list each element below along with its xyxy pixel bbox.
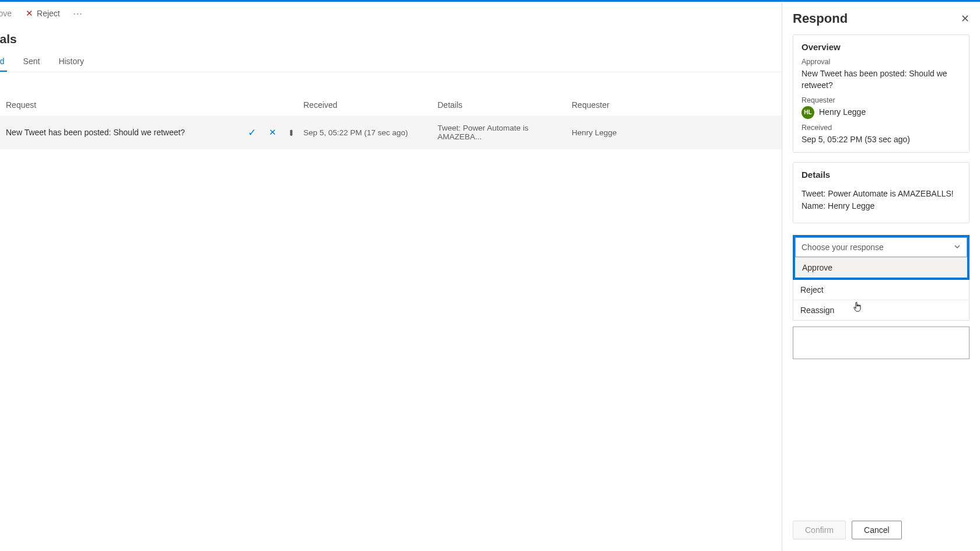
dropdown-placeholder: Choose your response bbox=[802, 243, 884, 252]
requester-name: Henry Legge bbox=[819, 106, 866, 118]
col-received: Received bbox=[303, 100, 438, 110]
details-line2: Name: Henry Legge bbox=[802, 200, 961, 212]
tab-received[interactable]: ed bbox=[0, 52, 7, 72]
comment-textarea[interactable] bbox=[793, 327, 970, 359]
response-highlight: Choose your response Approve bbox=[793, 235, 970, 280]
reject-x-icon: ✕ bbox=[26, 8, 33, 19]
option-reassign[interactable]: Reassign bbox=[793, 300, 970, 321]
col-details: Details bbox=[438, 100, 572, 110]
confirm-button[interactable]: Confirm bbox=[793, 521, 846, 539]
tab-sent[interactable]: Sent bbox=[21, 52, 43, 72]
panel-footer: Confirm Cancel bbox=[793, 521, 902, 539]
row-title: New Tweet has been posted: Should we ret… bbox=[6, 128, 248, 137]
option-approve[interactable]: Approve bbox=[795, 258, 967, 278]
more-icon: ⋯ bbox=[73, 9, 83, 19]
details-section: Details Tweet: Power Automate is AMAZEBA… bbox=[793, 162, 970, 223]
dropdown-menu: Approve bbox=[795, 257, 967, 278]
respond-panel: Respond ✕ Overview Approval New Tweet ha… bbox=[782, 2, 980, 551]
toolbar-approve-label: prove bbox=[0, 9, 12, 18]
cancel-button[interactable]: Cancel bbox=[852, 521, 902, 539]
toolbar-more-button[interactable]: ⋯ bbox=[68, 8, 88, 19]
row-actions: ✓ ✕ ••• bbox=[248, 127, 293, 139]
close-icon[interactable]: ✕ bbox=[961, 12, 970, 25]
toolbar-reject-button[interactable]: ✕ Reject bbox=[20, 6, 66, 21]
toolbar-approve-button[interactable]: prove bbox=[0, 6, 18, 20]
option-reject[interactable]: Reject bbox=[793, 280, 970, 300]
row-requester: Henry Legge bbox=[572, 128, 688, 137]
dropdown-menu-rest: Reject Reassign bbox=[793, 280, 970, 321]
col-requester: Requester bbox=[572, 100, 688, 110]
col-request: Request bbox=[6, 100, 303, 110]
approval-label: Approval bbox=[802, 58, 961, 66]
details-line1: Tweet: Power Automate is AMAZEBALLS! bbox=[802, 188, 961, 200]
panel-title: Respond bbox=[793, 11, 848, 26]
row-received: Sep 5, 05:22 PM (17 sec ago) bbox=[303, 128, 438, 137]
row-details: Tweet: Power Automate is AMAZEBA... bbox=[438, 124, 572, 141]
chevron-down-icon bbox=[954, 242, 961, 252]
received-value: Sep 5, 05:22 PM (53 sec ago) bbox=[802, 134, 961, 145]
overview-title: Overview bbox=[802, 42, 961, 52]
approval-value: New Tweet has been posted: Should we ret… bbox=[802, 68, 961, 92]
row-more-icon[interactable]: ••• bbox=[289, 130, 293, 135]
row-reject-icon[interactable]: ✕ bbox=[269, 127, 276, 138]
toolbar-reject-label: Reject bbox=[37, 9, 60, 18]
details-title: Details bbox=[802, 170, 961, 180]
avatar: HL bbox=[802, 106, 814, 119]
received-label: Received bbox=[802, 124, 961, 132]
tab-history[interactable]: History bbox=[56, 52, 86, 72]
overview-section: Overview Approval New Tweet has been pos… bbox=[793, 34, 970, 153]
row-approve-icon[interactable]: ✓ bbox=[248, 127, 256, 139]
panel-header: Respond ✕ bbox=[793, 11, 970, 26]
response-dropdown[interactable]: Choose your response bbox=[795, 237, 967, 257]
requester-row: HL Henry Legge bbox=[802, 106, 961, 119]
requester-label: Requester bbox=[802, 96, 961, 104]
